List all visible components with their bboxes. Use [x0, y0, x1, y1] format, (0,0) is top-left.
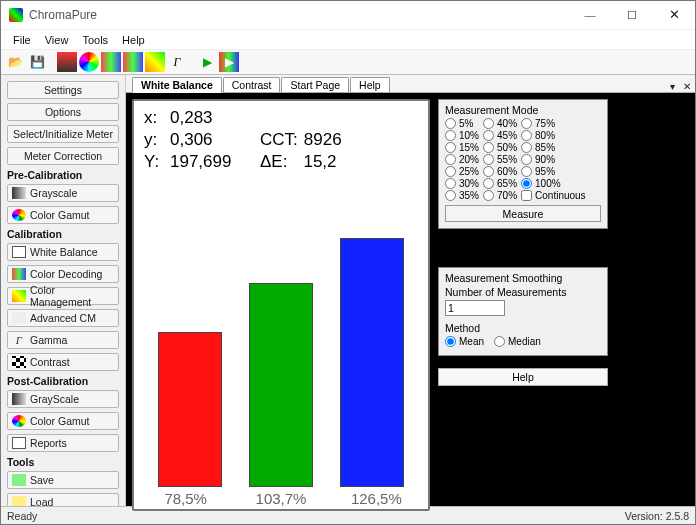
readouts: x: 0,283 y: 0,306 CCT: 8926 Y: 197,699 Δ… — [144, 107, 422, 173]
smoothing-num-input[interactable] — [445, 300, 505, 316]
toolbar-save-icon[interactable]: 💾 — [27, 52, 47, 72]
close-button[interactable]: ✕ — [653, 1, 695, 29]
toolbar-open-icon[interactable]: 📂 — [5, 52, 25, 72]
meas-radio-85%[interactable]: 85% — [521, 142, 586, 153]
sidebar-load[interactable]: Load — [7, 493, 119, 506]
meas-radio-95%[interactable]: 95% — [521, 166, 586, 177]
meas-radio-15%[interactable]: 15% — [445, 142, 479, 153]
sidebar-save[interactable]: Save — [7, 471, 119, 489]
measurement-mode-title: Measurement Mode — [445, 104, 601, 116]
smoothing-title: Measurement Smoothing — [445, 272, 601, 284]
bar-blue-label: 126,5% — [333, 490, 419, 507]
save-icon — [12, 474, 26, 486]
stage: x: 0,283 y: 0,306 CCT: 8926 Y: 197,699 Δ… — [126, 93, 695, 506]
meas-radio-90%[interactable]: 90% — [521, 154, 586, 165]
tab-start-page[interactable]: Start Page — [281, 77, 349, 92]
meas-radio-40%[interactable]: 40% — [483, 118, 517, 129]
meas-radio-75%[interactable]: 75% — [521, 118, 586, 129]
tab-white-balance[interactable]: White Balance — [132, 77, 222, 93]
x-label: x: — [144, 107, 164, 129]
sidebar-white-balance[interactable]: White Balance — [7, 243, 119, 261]
sidebar-reports[interactable]: Reports — [7, 434, 119, 452]
meas-radio-35%[interactable]: 35% — [445, 190, 479, 201]
minimize-button[interactable]: — — [569, 1, 611, 29]
meas-radio-80%[interactable]: 80% — [521, 130, 586, 141]
tab-close-icon[interactable]: ✕ — [679, 81, 695, 92]
menu-file[interactable]: File — [7, 32, 37, 48]
toolbar-cm-icon[interactable] — [145, 52, 165, 72]
sidebar-settings[interactable]: Settings — [7, 81, 119, 99]
sidebar-gamma[interactable]: ΓGamma — [7, 331, 119, 349]
sidebar-post-grayscale[interactable]: GrayScale — [7, 390, 119, 408]
tab-row: White Balance Contrast Start Page Help ▾… — [126, 75, 695, 93]
gamma-icon: Γ — [12, 334, 26, 346]
sidebar-advanced-cm[interactable]: Advanced CM — [7, 309, 119, 327]
measurement-mode-panel: Measurement Mode 5%10%15%20%25%30%35%40%… — [438, 99, 608, 229]
cct-value: 8926 — [304, 129, 342, 151]
sidebar-options[interactable]: Options — [7, 103, 119, 121]
whitebalance-icon — [12, 246, 26, 258]
meas-radio-30%[interactable]: 30% — [445, 178, 479, 189]
toolbar-gamma-icon[interactable]: Γ — [167, 52, 187, 72]
measure-button[interactable]: Measure — [445, 205, 601, 222]
colordecoding-icon — [12, 268, 26, 280]
toolbar-play-icon[interactable]: ▶ — [197, 52, 217, 72]
meas-radio-55%[interactable]: 55% — [483, 154, 517, 165]
meas-radio-65%[interactable]: 65% — [483, 178, 517, 189]
sidebar-select-meter[interactable]: Select/Initialize Meter — [7, 125, 119, 143]
bar-green — [249, 283, 313, 487]
bar-blue — [340, 238, 404, 487]
meas-radio-50%[interactable]: 50% — [483, 142, 517, 153]
meas-radio-25%[interactable]: 25% — [445, 166, 479, 177]
sidebar-group-cal: Calibration — [7, 228, 119, 240]
meas-radio-20%[interactable]: 20% — [445, 154, 479, 165]
menu-help[interactable]: Help — [116, 32, 151, 48]
grayscale-icon — [12, 393, 26, 405]
bar-labels: 78,5% 103,7% 126,5% — [134, 490, 428, 507]
tab-help[interactable]: Help — [350, 77, 390, 92]
toolbar-play-multi-icon[interactable]: ▶ — [219, 52, 239, 72]
tab-dropdown-icon[interactable]: ▾ — [666, 81, 679, 92]
menu-tools[interactable]: Tools — [76, 32, 114, 48]
meas-radio-100%[interactable]: 100% — [521, 178, 586, 189]
sidebar-group-tools: Tools — [7, 456, 119, 468]
sidebar-color-gamut[interactable]: Color Gamut — [7, 206, 119, 224]
maximize-button[interactable]: ☐ — [611, 1, 653, 29]
tab-contrast[interactable]: Contrast — [223, 77, 281, 92]
reports-icon — [12, 437, 26, 449]
sidebar-grayscale[interactable]: Grayscale — [7, 184, 119, 202]
meas-radio-70%[interactable]: 70% — [483, 190, 517, 201]
status-version: Version: 2.5.8 — [625, 510, 689, 522]
colormanagement-icon — [12, 290, 26, 302]
toolbar-gamut-icon[interactable] — [79, 52, 99, 72]
sidebar-meter-correction[interactable]: Meter Correction — [7, 147, 119, 165]
sidebar-contrast[interactable]: Contrast — [7, 353, 119, 371]
contrast-icon — [12, 356, 26, 368]
meas-radio-60%[interactable]: 60% — [483, 166, 517, 177]
sidebar-color-decoding[interactable]: Color Decoding — [7, 265, 119, 283]
meas-radio-45%[interactable]: 45% — [483, 130, 517, 141]
measurement-radio-grid: 5%10%15%20%25%30%35%40%45%50%55%60%65%70… — [445, 118, 601, 201]
smoothing-panel: Measurement Smoothing Number of Measurem… — [438, 267, 608, 356]
toolbar-decode-icon[interactable] — [123, 52, 143, 72]
sidebar-post-gamut[interactable]: Color Gamut — [7, 412, 119, 430]
meas-continuous[interactable]: Continuous — [521, 190, 586, 201]
load-icon — [12, 496, 26, 506]
help-button[interactable]: Help — [438, 368, 608, 386]
method-mean[interactable]: Mean — [445, 336, 484, 347]
title-bar: ChromaPure — ☐ ✕ — [1, 1, 695, 29]
x-value: 0,283 — [170, 107, 213, 129]
de-value: 15,2 — [303, 151, 336, 173]
sidebar-color-management[interactable]: Color Management — [7, 287, 119, 305]
sidebar-group-postcal: Post-Calibration — [7, 375, 119, 387]
menu-view[interactable]: View — [39, 32, 75, 48]
meas-radio-10%[interactable]: 10% — [445, 130, 479, 141]
grayscale-icon — [12, 187, 26, 199]
cct-label: CCT: — [260, 129, 298, 151]
meas-radio-5%[interactable]: 5% — [445, 118, 479, 129]
method-median[interactable]: Median — [494, 336, 541, 347]
sidebar-group-precal: Pre-Calibration — [7, 169, 119, 181]
toolbar-grayscale-icon[interactable] — [57, 52, 77, 72]
menu-bar: File View Tools Help — [1, 29, 695, 49]
toolbar-rgb-icon[interactable] — [101, 52, 121, 72]
